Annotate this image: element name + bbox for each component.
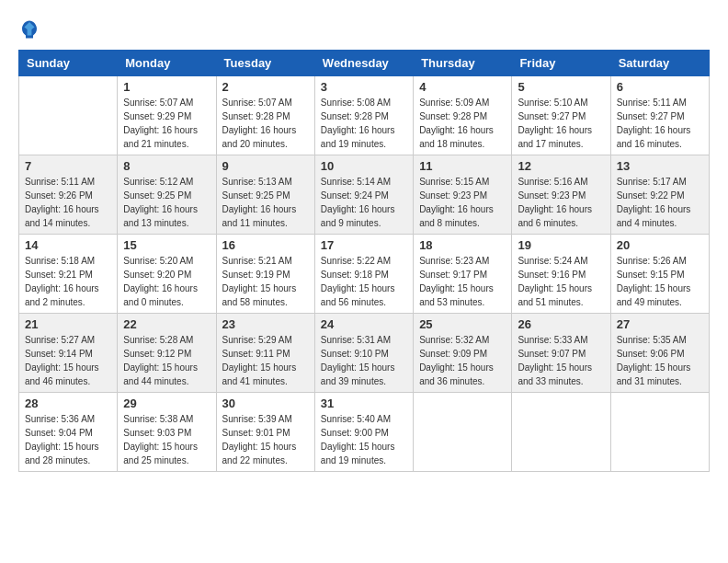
calendar-cell: 10Sunrise: 5:14 AMSunset: 9:24 PMDayligh…	[314, 155, 413, 235]
calendar-cell: 9Sunrise: 5:13 AMSunset: 9:25 PMDaylight…	[216, 155, 314, 235]
calendar-cell	[414, 393, 512, 472]
calendar-cell	[19, 76, 118, 155]
day-number: 3	[321, 80, 407, 94]
day-number: 26	[518, 317, 604, 331]
day-number: 27	[617, 317, 703, 331]
calendar-cell: 18Sunrise: 5:23 AMSunset: 9:17 PMDayligh…	[414, 235, 512, 314]
day-info: Sunrise: 5:38 AMSunset: 9:03 PMDaylight:…	[123, 412, 210, 467]
day-number: 9	[222, 159, 309, 173]
day-of-week-header: Monday	[118, 51, 216, 76]
calendar-week-row: 1Sunrise: 5:07 AMSunset: 9:29 PMDaylight…	[19, 76, 710, 155]
calendar-cell: 23Sunrise: 5:29 AMSunset: 9:11 PMDayligh…	[216, 314, 314, 393]
day-info: Sunrise: 5:15 AMSunset: 9:23 PMDaylight:…	[419, 175, 506, 230]
day-info: Sunrise: 5:35 AMSunset: 9:06 PMDaylight:…	[617, 333, 703, 388]
calendar-week-row: 14Sunrise: 5:18 AMSunset: 9:21 PMDayligh…	[19, 235, 710, 314]
day-info: Sunrise: 5:16 AMSunset: 9:23 PMDaylight:…	[518, 175, 604, 230]
day-info: Sunrise: 5:36 AMSunset: 9:04 PMDaylight:…	[25, 412, 111, 467]
day-of-week-header: Friday	[512, 51, 610, 76]
day-number: 23	[222, 317, 309, 331]
calendar-cell: 7Sunrise: 5:11 AMSunset: 9:26 PMDaylight…	[19, 155, 118, 235]
day-number: 24	[321, 317, 407, 331]
day-number: 15	[123, 238, 210, 252]
calendar-cell: 16Sunrise: 5:21 AMSunset: 9:19 PMDayligh…	[216, 235, 314, 314]
day-info: Sunrise: 5:11 AMSunset: 9:26 PMDaylight:…	[25, 175, 111, 230]
calendar-cell: 8Sunrise: 5:12 AMSunset: 9:25 PMDaylight…	[118, 155, 216, 235]
day-info: Sunrise: 5:07 AMSunset: 9:29 PMDaylight:…	[123, 96, 210, 151]
calendar-cell: 20Sunrise: 5:26 AMSunset: 9:15 PMDayligh…	[610, 235, 709, 314]
calendar-cell: 4Sunrise: 5:09 AMSunset: 9:28 PMDaylight…	[414, 76, 512, 155]
day-info: Sunrise: 5:23 AMSunset: 9:17 PMDaylight:…	[419, 254, 506, 309]
day-of-week-header: Saturday	[610, 51, 709, 76]
day-of-week-header: Sunday	[19, 51, 118, 76]
calendar-cell	[610, 393, 709, 472]
calendar-cell: 12Sunrise: 5:16 AMSunset: 9:23 PMDayligh…	[512, 155, 610, 235]
calendar-cell: 14Sunrise: 5:18 AMSunset: 9:21 PMDayligh…	[19, 235, 118, 314]
day-number: 1	[123, 80, 210, 94]
day-number: 20	[617, 238, 703, 252]
day-info: Sunrise: 5:24 AMSunset: 9:16 PMDaylight:…	[518, 254, 604, 309]
day-number: 29	[123, 396, 210, 410]
day-info: Sunrise: 5:07 AMSunset: 9:28 PMDaylight:…	[222, 96, 309, 151]
calendar-cell: 1Sunrise: 5:07 AMSunset: 9:29 PMDaylight…	[118, 76, 216, 155]
calendar-cell: 17Sunrise: 5:22 AMSunset: 9:18 PMDayligh…	[314, 235, 413, 314]
calendar-cell: 25Sunrise: 5:32 AMSunset: 9:09 PMDayligh…	[414, 314, 512, 393]
calendar-cell: 30Sunrise: 5:39 AMSunset: 9:01 PMDayligh…	[216, 393, 314, 472]
day-number: 14	[25, 238, 111, 252]
page-header	[18, 18, 710, 40]
day-number: 28	[25, 396, 111, 410]
calendar-cell: 21Sunrise: 5:27 AMSunset: 9:14 PMDayligh…	[19, 314, 118, 393]
calendar-week-row: 7Sunrise: 5:11 AMSunset: 9:26 PMDaylight…	[19, 155, 710, 235]
day-number: 31	[321, 396, 407, 410]
calendar-cell: 5Sunrise: 5:10 AMSunset: 9:27 PMDaylight…	[512, 76, 610, 155]
day-info: Sunrise: 5:27 AMSunset: 9:14 PMDaylight:…	[25, 333, 111, 388]
day-number: 11	[419, 159, 506, 173]
calendar-cell: 11Sunrise: 5:15 AMSunset: 9:23 PMDayligh…	[414, 155, 512, 235]
day-info: Sunrise: 5:17 AMSunset: 9:22 PMDaylight:…	[617, 175, 703, 230]
day-info: Sunrise: 5:10 AMSunset: 9:27 PMDaylight:…	[518, 96, 604, 151]
calendar-cell: 22Sunrise: 5:28 AMSunset: 9:12 PMDayligh…	[118, 314, 216, 393]
calendar-week-row: 28Sunrise: 5:36 AMSunset: 9:04 PMDayligh…	[19, 393, 710, 472]
day-number: 17	[321, 238, 407, 252]
day-info: Sunrise: 5:28 AMSunset: 9:12 PMDaylight:…	[123, 333, 210, 388]
calendar-cell	[512, 393, 610, 472]
day-info: Sunrise: 5:32 AMSunset: 9:09 PMDaylight:…	[419, 333, 506, 388]
day-info: Sunrise: 5:40 AMSunset: 9:00 PMDaylight:…	[321, 412, 407, 467]
day-number: 30	[222, 396, 309, 410]
calendar-cell: 29Sunrise: 5:38 AMSunset: 9:03 PMDayligh…	[118, 393, 216, 472]
day-number: 13	[617, 159, 703, 173]
day-info: Sunrise: 5:11 AMSunset: 9:27 PMDaylight:…	[617, 96, 703, 151]
logo-icon	[18, 18, 40, 40]
calendar-header-row: SundayMondayTuesdayWednesdayThursdayFrid…	[19, 51, 710, 76]
day-info: Sunrise: 5:12 AMSunset: 9:25 PMDaylight:…	[123, 175, 210, 230]
logo	[18, 18, 44, 40]
day-number: 10	[321, 159, 407, 173]
calendar-cell: 3Sunrise: 5:08 AMSunset: 9:28 PMDaylight…	[314, 76, 413, 155]
calendar-cell: 28Sunrise: 5:36 AMSunset: 9:04 PMDayligh…	[19, 393, 118, 472]
day-info: Sunrise: 5:18 AMSunset: 9:21 PMDaylight:…	[25, 254, 111, 309]
calendar-cell: 26Sunrise: 5:33 AMSunset: 9:07 PMDayligh…	[512, 314, 610, 393]
day-info: Sunrise: 5:26 AMSunset: 9:15 PMDaylight:…	[617, 254, 703, 309]
calendar-cell: 6Sunrise: 5:11 AMSunset: 9:27 PMDaylight…	[610, 76, 709, 155]
day-info: Sunrise: 5:22 AMSunset: 9:18 PMDaylight:…	[321, 254, 407, 309]
day-number: 18	[419, 238, 506, 252]
day-info: Sunrise: 5:20 AMSunset: 9:20 PMDaylight:…	[123, 254, 210, 309]
calendar-cell: 24Sunrise: 5:31 AMSunset: 9:10 PMDayligh…	[314, 314, 413, 393]
day-number: 7	[25, 159, 111, 173]
calendar-cell: 19Sunrise: 5:24 AMSunset: 9:16 PMDayligh…	[512, 235, 610, 314]
day-of-week-header: Thursday	[414, 51, 512, 76]
day-info: Sunrise: 5:31 AMSunset: 9:10 PMDaylight:…	[321, 333, 407, 388]
day-number: 6	[617, 80, 703, 94]
day-info: Sunrise: 5:13 AMSunset: 9:25 PMDaylight:…	[222, 175, 309, 230]
day-info: Sunrise: 5:33 AMSunset: 9:07 PMDaylight:…	[518, 333, 604, 388]
day-number: 19	[518, 238, 604, 252]
calendar-cell: 27Sunrise: 5:35 AMSunset: 9:06 PMDayligh…	[610, 314, 709, 393]
day-number: 2	[222, 80, 309, 94]
day-info: Sunrise: 5:21 AMSunset: 9:19 PMDaylight:…	[222, 254, 309, 309]
day-number: 25	[419, 317, 506, 331]
day-number: 21	[25, 317, 111, 331]
calendar-cell: 2Sunrise: 5:07 AMSunset: 9:28 PMDaylight…	[216, 76, 314, 155]
day-number: 8	[123, 159, 210, 173]
day-of-week-header: Tuesday	[216, 51, 314, 76]
calendar-cell: 13Sunrise: 5:17 AMSunset: 9:22 PMDayligh…	[610, 155, 709, 235]
day-number: 12	[518, 159, 604, 173]
